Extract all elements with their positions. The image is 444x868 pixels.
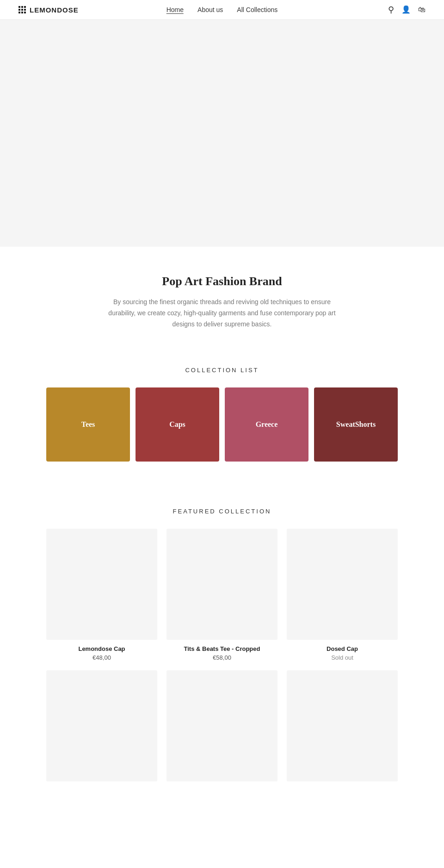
product-card-5[interactable]: [287, 670, 398, 787]
product-price-0: €48,00: [46, 654, 157, 661]
featured-collection-section: FEATURED COLLECTION Lemondose Cap €48,00…: [0, 489, 444, 815]
main-nav: Home About us All Collections: [166, 6, 278, 14]
logo-text: LEMONDOSE: [30, 6, 79, 14]
product-card-2[interactable]: Dosed Cap Sold out: [287, 529, 398, 661]
header-icons: ⚲ 👤 🛍: [388, 6, 426, 14]
product-card-3[interactable]: [46, 670, 157, 787]
product-price-2: Sold out: [287, 654, 398, 661]
featured-collection-title: FEATURED COLLECTION: [18, 508, 426, 515]
product-name-2: Dosed Cap: [287, 645, 398, 652]
logo[interactable]: LEMONDOSE: [18, 6, 79, 14]
nav-home[interactable]: Home: [166, 6, 184, 14]
hero-banner: [0, 20, 444, 247]
brand-description: By sourcing the finest organic threads a…: [102, 297, 342, 330]
collection-label-greece: Greece: [256, 420, 278, 429]
product-image-3: [46, 670, 157, 781]
collection-grid: Tees Caps Greece SweatShorts: [46, 387, 398, 462]
nav-collections[interactable]: All Collections: [237, 6, 278, 14]
product-name-0: Lemondose Cap: [46, 645, 157, 652]
product-card-1[interactable]: Tits & Beats Tee - Cropped €58,00: [166, 529, 278, 661]
collection-list-section: COLLECTION LIST Tees Caps Greece SweatSh…: [0, 348, 444, 489]
collection-label-caps: Caps: [169, 420, 185, 429]
product-card-0[interactable]: Lemondose Cap €48,00: [46, 529, 157, 661]
collection-card-tees[interactable]: Tees: [46, 387, 130, 462]
product-name-1: Tits & Beats Tee - Cropped: [166, 645, 278, 652]
collection-card-sweatshorts[interactable]: SweatShorts: [314, 387, 398, 462]
product-card-4[interactable]: [166, 670, 278, 787]
brand-title: Pop Art Fashion Brand: [102, 275, 342, 288]
collection-card-greece[interactable]: Greece: [225, 387, 308, 462]
brand-section: Pop Art Fashion Brand By sourcing the fi…: [83, 247, 361, 348]
logo-grid-icon: [18, 6, 26, 13]
collection-card-caps[interactable]: Caps: [136, 387, 219, 462]
collection-label-sweatshorts: SweatShorts: [336, 420, 376, 429]
product-image-4: [166, 670, 278, 781]
nav-about[interactable]: About us: [197, 6, 223, 14]
product-price-1: €58,00: [166, 654, 278, 661]
account-icon[interactable]: 👤: [401, 6, 411, 13]
search-icon[interactable]: ⚲: [388, 6, 394, 14]
collection-label-tees: Tees: [81, 420, 95, 429]
product-grid: Lemondose Cap €48,00 Tits & Beats Tee - …: [46, 529, 398, 787]
collection-list-title: COLLECTION LIST: [18, 367, 426, 374]
product-image-5: [287, 670, 398, 781]
site-header: LEMONDOSE Home About us All Collections …: [0, 0, 444, 20]
product-image-1: [166, 529, 278, 640]
cart-icon[interactable]: 🛍: [418, 6, 426, 13]
product-image-0: [46, 529, 157, 640]
product-image-2: [287, 529, 398, 640]
